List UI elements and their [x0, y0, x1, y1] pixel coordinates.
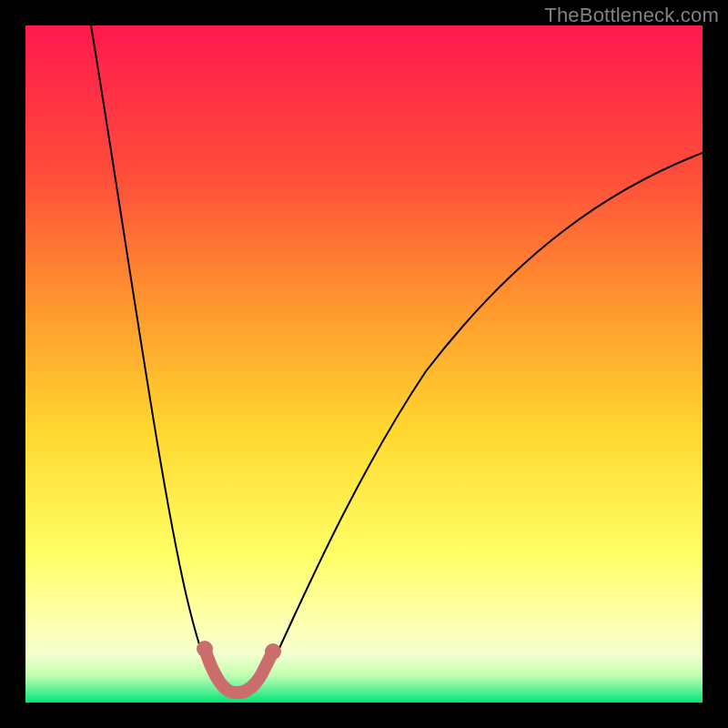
optimum-marker-end [265, 643, 281, 660]
gradient-background [25, 25, 703, 703]
plot-frame [25, 25, 703, 703]
watermark-text: TheBottleneck.com [544, 4, 719, 27]
plot-svg [25, 25, 703, 703]
optimum-marker-start [197, 641, 213, 657]
